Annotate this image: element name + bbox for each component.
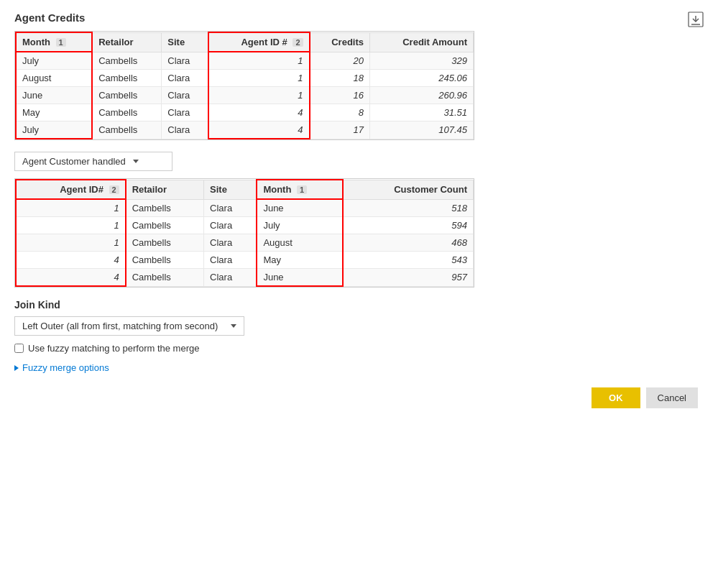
table-cell: 518 [343,199,473,217]
table-cell: July [16,52,92,70]
table-cell: 594 [343,217,473,234]
table-cell: 4 [208,121,309,139]
page-title: Agent Credits [14,12,704,24]
table-cell: May [16,104,92,121]
table-cell: July [16,121,92,139]
dropdown-arrow [133,160,139,163]
join-kind-section: Join Kind Left Outer (all from first, ma… [14,299,704,373]
table-row: 1CambellsClaraAugust468 [16,234,474,252]
table-cell: Cambells [126,199,204,217]
credits-table: Month 1 Retailor Site Agent ID # 2 Credi [15,32,474,139]
dialog-buttons: OK Cancel [14,387,704,408]
col-header-credits[interactable]: Credits [310,32,370,52]
table-row: JulyCambellsClara417107.45 [16,121,474,139]
table-cell: Clara [162,70,208,87]
col-header-customer-count[interactable]: Customer Count [343,180,473,199]
table-cell: 1 [208,87,309,104]
table-row: 1CambellsClaraJuly594 [16,217,474,234]
table-cell: Cambells [92,104,162,121]
ok-button[interactable]: OK [592,387,640,408]
table-cell: Cambells [126,234,204,252]
second-table-dropdown[interactable]: Agent Customer handled [14,152,704,171]
table-cell: Clara [162,104,208,121]
table-cell: 8 [310,104,370,121]
join-dropdown-arrow [231,324,236,328]
customers-table-container: Agent ID# 2 Retailor Site Month 1 Custom [14,178,474,288]
table-cell: Clara [162,87,208,104]
dropdown-select-agent-customer[interactable]: Agent Customer handled [14,152,172,171]
table-cell: 4 [208,104,309,121]
table-cell: Cambells [92,121,162,139]
table-row: AugustCambellsClara118245.06 [16,70,474,87]
table-cell: 543 [343,252,473,269]
cancel-button[interactable]: Cancel [646,387,698,408]
export-icon[interactable] [688,12,704,29]
table-cell: Cambells [126,252,204,269]
col-header-cust-site[interactable]: Site [204,180,257,199]
table-cell: Cambells [92,70,162,87]
table-cell: 245.06 [370,70,474,87]
table-cell: August [257,234,343,252]
table-cell: Clara [204,252,257,269]
table-cell: Cambells [126,269,204,287]
join-kind-label: Join Kind [14,299,704,311]
table-cell: June [257,269,343,287]
table-cell: 17 [310,121,370,139]
col-header-agentid[interactable]: Agent ID # 2 [208,32,309,52]
table-cell: Clara [204,234,257,252]
table-row: 4CambellsClaraMay543 [16,252,474,269]
col-header-credit-amount[interactable]: Credit Amount [370,32,474,52]
table-cell: May [257,252,343,269]
table-cell: Clara [204,199,257,217]
fuzzy-options-triangle [14,365,19,371]
table-row: MayCambellsClara4831.51 [16,104,474,121]
table-cell: 260.96 [370,87,474,104]
fuzzy-options-toggle[interactable]: Fuzzy merge options [14,362,704,373]
credits-table-container: Month 1 Retailor Site Agent ID # 2 Credi [14,31,474,140]
col-header-site[interactable]: Site [162,32,208,52]
customers-table: Agent ID# 2 Retailor Site Month 1 Custom [15,179,474,287]
table-row: 1CambellsClaraJune518 [16,199,474,217]
table-cell: June [16,87,92,104]
table-row: JuneCambellsClara116260.96 [16,87,474,104]
col-header-cust-month[interactable]: Month 1 [257,180,343,199]
table-cell: 4 [16,252,126,269]
table-cell: 16 [310,87,370,104]
table-cell: 1 [16,234,126,252]
table-cell: 4 [16,269,126,287]
col-header-month[interactable]: Month 1 [16,32,92,52]
table-cell: 957 [343,269,473,287]
table-cell: 1 [208,70,309,87]
fuzzy-matching-row: Use fuzzy matching to perform the merge [14,343,704,354]
table-row: 4CambellsClaraJune957 [16,269,474,287]
table-cell: 18 [310,70,370,87]
table-cell: 329 [370,52,474,70]
table-cell: Clara [204,269,257,287]
table-cell: 1 [16,199,126,217]
join-kind-dropdown[interactable]: Left Outer (all from first, matching fro… [14,316,244,336]
fuzzy-matching-label: Use fuzzy matching to perform the merge [28,343,199,354]
table-cell: Cambells [92,87,162,104]
table-cell: Clara [162,52,208,70]
table-cell: Clara [162,121,208,139]
table-cell: Cambells [126,217,204,234]
table-cell: 468 [343,234,473,252]
table-cell: 107.45 [370,121,474,139]
table-cell: June [257,199,343,217]
col-header-cust-agentid[interactable]: Agent ID# 2 [16,180,126,199]
table-cell: July [257,217,343,234]
table-cell: Cambells [92,52,162,70]
table-cell: Clara [204,217,257,234]
table-cell: 1 [208,52,309,70]
table-cell: 20 [310,52,370,70]
table-cell: 31.51 [370,104,474,121]
table-row: JulyCambellsClara120329 [16,52,474,70]
fuzzy-matching-checkbox[interactable] [14,344,24,353]
table-cell: August [16,70,92,87]
table-cell: 1 [16,217,126,234]
col-header-cust-retailor[interactable]: Retailor [126,180,204,199]
col-header-retailor[interactable]: Retailor [92,32,162,52]
